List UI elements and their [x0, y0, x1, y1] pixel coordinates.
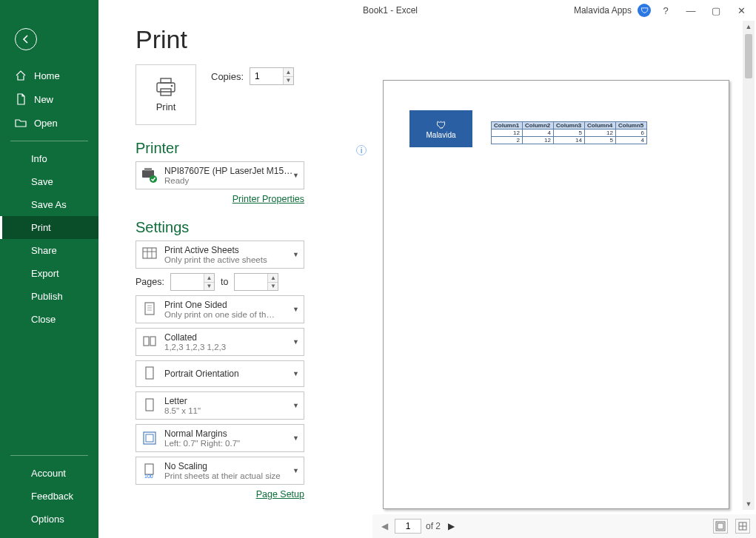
back-arrow-icon: [21, 34, 31, 44]
sidebar-print[interactable]: Print: [0, 216, 98, 239]
sidebar-save[interactable]: Save: [0, 170, 98, 193]
sidebar-publish[interactable]: Publish: [0, 285, 98, 308]
show-margins-button[interactable]: [713, 519, 728, 534]
pages-to-input[interactable]: [235, 274, 267, 290]
spinner-up-icon[interactable]: ▲: [267, 274, 278, 283]
printer-properties-link[interactable]: Printer Properties: [136, 194, 304, 204]
print-button[interactable]: Print: [136, 64, 196, 125]
scroll-up-icon[interactable]: ▲: [743, 21, 755, 33]
scaling-icon: 100: [141, 462, 158, 480]
svg-rect-24: [145, 464, 153, 474]
setting-margins[interactable]: Normal MarginsLeft: 0.7" Right: 0.7" ▼: [136, 424, 304, 452]
scroll-thumb[interactable]: [745, 34, 752, 78]
sidebar-item-label: Feedback: [31, 491, 73, 502]
setting-print-what[interactable]: Print Active SheetsOnly print the active…: [136, 241, 304, 269]
pages-to-spinner[interactable]: ▲▼: [234, 273, 278, 291]
close-window-button[interactable]: ✕: [731, 3, 752, 18]
document-title: Book1 - Excel: [363, 5, 418, 16]
prev-page-button[interactable]: ◀: [378, 521, 390, 531]
help-button[interactable]: ?: [655, 3, 676, 18]
svg-rect-27: [717, 523, 723, 529]
copies-input[interactable]: [250, 68, 283, 84]
back-button[interactable]: [15, 28, 37, 50]
sidebar-item-label: Home: [34, 70, 60, 81]
sidebar-item-label: Share: [31, 245, 57, 256]
printer-select[interactable]: NPI87607E (HP LaserJet M15… Ready ▼: [136, 161, 304, 189]
setting-orientation[interactable]: Portrait Orientation ▼: [136, 360, 304, 387]
copies-label: Copies:: [211, 71, 244, 82]
setting-title: Print One Sided: [164, 300, 299, 310]
svg-rect-14: [145, 303, 154, 315]
collated-icon: [141, 333, 158, 351]
table-row: 1245126: [492, 130, 647, 137]
setting-desc: Only print on one side of th…: [164, 310, 299, 319]
sidebar-close[interactable]: Close: [0, 308, 98, 331]
pages-from-spinner[interactable]: ▲▼: [170, 273, 215, 291]
setting-desc: Left: 0.7" Right: 0.7": [164, 439, 299, 448]
setting-title: Portrait Orientation: [164, 369, 299, 379]
sidebar-options[interactable]: Options: [0, 508, 98, 531]
setting-desc: 1,2,3 1,2,3 1,2,3: [164, 343, 299, 352]
new-icon: [15, 93, 27, 105]
table-header: Column2: [523, 122, 554, 130]
sidebar-item-label: Info: [31, 153, 47, 164]
setting-paper-size[interactable]: Letter8.5" x 11" ▼: [136, 391, 304, 420]
spinner-down-icon[interactable]: ▼: [204, 283, 214, 291]
pages-label: Pages:: [136, 277, 164, 287]
svg-rect-18: [144, 337, 149, 346]
sidebar-account[interactable]: Account: [0, 462, 98, 485]
next-page-button[interactable]: ▶: [445, 521, 457, 531]
sidebar-info[interactable]: Info: [0, 147, 98, 170]
printer-icon: [155, 78, 177, 97]
svg-point-9: [150, 175, 157, 183]
sidebar-item-label: Close: [31, 314, 56, 325]
sidebar-item-label: Options: [31, 514, 64, 525]
page-setup-link[interactable]: Page Setup: [136, 489, 304, 500]
zoom-to-page-button[interactable]: [735, 519, 750, 534]
spinner-down-icon[interactable]: ▼: [267, 283, 278, 291]
spinner-down-icon[interactable]: ▼: [283, 77, 293, 85]
sheets-icon: [141, 246, 158, 263]
sidebar-export[interactable]: Export: [0, 262, 98, 285]
chevron-down-icon: ▼: [292, 370, 299, 377]
setting-sides[interactable]: Print One SidedOnly print on one side of…: [136, 295, 304, 323]
printer-info-icon[interactable]: i: [356, 145, 367, 155]
chevron-down-icon: ▼: [292, 338, 299, 346]
chevron-down-icon: ▼: [292, 251, 299, 258]
preview-scrollbar[interactable]: ▲ ▼: [743, 21, 755, 510]
print-button-label: Print: [156, 101, 176, 112]
setting-collate[interactable]: Collated1,2,3 1,2,3 1,2,3 ▼: [136, 328, 304, 356]
spinner-up-icon[interactable]: ▲: [204, 274, 214, 283]
settings-heading: Settings: [136, 219, 372, 236]
setting-scaling[interactable]: 100 No ScalingPrint sheets at their actu…: [136, 457, 304, 485]
pages-from-input[interactable]: [171, 274, 204, 290]
sidebar-open[interactable]: Open: [0, 111, 98, 135]
sidebar-item-label: Open: [34, 118, 58, 129]
sidebar-home[interactable]: Home: [0, 64, 98, 87]
print-preview: 🛡 Malavida Column1 Column2 Column3 Colum…: [372, 21, 756, 538]
sidebar-new[interactable]: New: [0, 87, 98, 111]
scroll-down-icon[interactable]: ▼: [743, 498, 755, 510]
sidebar-item-label: Publish: [31, 291, 63, 302]
sidebar-item-label: Save As: [31, 199, 67, 210]
spinner-up-icon[interactable]: ▲: [283, 68, 293, 77]
svg-rect-3: [161, 78, 171, 83]
sidebar-item-label: Save: [31, 176, 53, 187]
svg-rect-21: [146, 399, 153, 411]
sidebar-share[interactable]: Share: [0, 239, 98, 262]
sidebar-saveas[interactable]: Save As: [0, 193, 98, 216]
setting-title: Print Active Sheets: [164, 245, 299, 255]
copies-spinner[interactable]: ▲▼: [250, 67, 294, 85]
sidebar-feedback[interactable]: Feedback: [0, 485, 98, 508]
svg-rect-19: [150, 337, 155, 346]
minimize-button[interactable]: —: [680, 3, 701, 18]
page-number-input[interactable]: [395, 519, 421, 534]
setting-title: Normal Margins: [164, 428, 299, 439]
app-label: Malavida Apps: [574, 5, 632, 16]
table-header: Column5: [616, 122, 647, 130]
chevron-down-icon: ▼: [292, 172, 299, 179]
pages-to-label: to: [221, 277, 228, 287]
printer-status: Ready: [164, 176, 299, 185]
restore-button[interactable]: ▢: [706, 3, 726, 18]
shield-icon: 🛡: [436, 119, 446, 131]
